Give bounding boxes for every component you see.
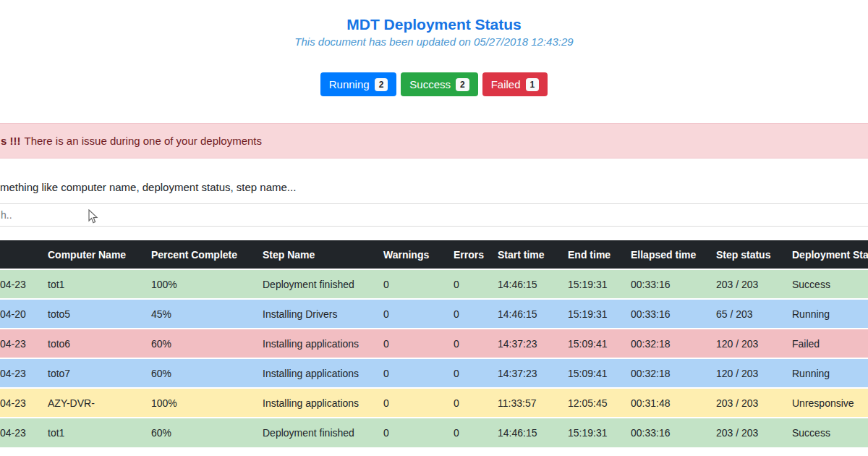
success-filter-button[interactable]: Success 2 <box>401 72 477 96</box>
table-cell: tot1 <box>39 418 142 447</box>
table-cell: Deployment finished <box>254 418 375 447</box>
alert-text: There is an issue during one of your dep… <box>25 135 263 147</box>
table-cell: Success <box>783 418 868 447</box>
running-filter-button[interactable]: Running 2 <box>320 72 397 96</box>
table-cell: 0 <box>375 269 445 299</box>
table-cell: 0 <box>375 418 445 447</box>
failed-count-badge: 1 <box>526 78 540 91</box>
table-cell: 100% <box>142 388 254 418</box>
table-cell: Installing Drivers <box>254 299 375 329</box>
table-cell: 14:46:15 <box>489 269 559 299</box>
page-title: MDT Deployment Status <box>0 16 868 33</box>
table-cell: Deployment finished <box>254 269 375 299</box>
deployment-status-table: Computer NamePercent CompleteStep NameWa… <box>0 240 868 447</box>
table-cell: 0 <box>375 388 445 418</box>
table-cell: 203 / 203 <box>707 418 783 447</box>
table-cell: 100% <box>142 269 254 299</box>
column-header: Start time <box>489 240 559 269</box>
running-button-label: Running <box>329 78 370 90</box>
column-header: Errors <box>445 240 489 269</box>
table-cell: Installing applications <box>254 329 375 358</box>
table-cell: Unresponsive <box>783 388 868 418</box>
table-row: 04-23AZY-DVR-100%Installing applications… <box>0 388 868 418</box>
table-cell: 0 <box>445 269 489 299</box>
table-cell: 00:31:48 <box>622 388 707 418</box>
status-filter-bar: Running 2 Success 2 Failed 1 <box>0 72 868 96</box>
page-subtitle: This document has been updated on 05/27/… <box>0 35 868 48</box>
table-cell: 0 <box>445 329 489 358</box>
table-cell: 65 / 203 <box>707 299 783 329</box>
search-input[interactable] <box>0 203 868 227</box>
table-cell: 04-23 <box>0 418 39 447</box>
table-cell: 00:32:18 <box>622 329 707 358</box>
table-cell: 203 / 203 <box>707 269 783 299</box>
table-row: 04-23tot160%Deployment finished0014:46:1… <box>0 418 868 447</box>
table-cell: 00:33:16 <box>622 269 707 299</box>
table-cell: 0 <box>375 358 445 388</box>
column-header: Deployment Status <box>783 240 868 269</box>
table-cell: 15:09:41 <box>559 358 622 388</box>
table-cell: 120 / 203 <box>707 358 783 388</box>
table-cell: 60% <box>142 358 254 388</box>
table-row: 04-20toto545%Installing Drivers0014:46:1… <box>0 299 868 329</box>
table-cell: 60% <box>142 329 254 358</box>
deployment-issue-alert: s !!! There is an issue during one of yo… <box>0 123 868 159</box>
table-cell: 14:37:23 <box>489 329 559 358</box>
table-cell: 11:33:57 <box>489 388 559 418</box>
column-header: Computer Name <box>39 240 142 269</box>
table-cell: 04-23 <box>0 388 39 418</box>
table-row: 04-23toto760%Installing applications0014… <box>0 358 868 388</box>
table-cell: 15:19:31 <box>559 269 622 299</box>
table-cell: 45% <box>142 299 254 329</box>
alert-bold-text: s !!! <box>1 135 21 147</box>
table-cell: 00:33:16 <box>622 299 707 329</box>
table-cell: 60% <box>142 418 254 447</box>
table-cell: Installing applications <box>254 358 375 388</box>
running-count-badge: 2 <box>375 78 388 91</box>
table-cell: 00:32:18 <box>622 358 707 388</box>
table-cell: 15:19:31 <box>559 418 622 447</box>
table-cell: 04-23 <box>0 358 39 388</box>
table-cell: toto6 <box>39 329 142 358</box>
table-cell: 12:05:45 <box>559 388 622 418</box>
table-row: 04-23tot1100%Deployment finished0014:46:… <box>0 269 868 299</box>
failed-filter-button[interactable]: Failed 1 <box>482 72 548 96</box>
table-cell: toto5 <box>39 299 142 329</box>
table-cell: 04-20 <box>0 299 39 329</box>
table-cell: 0 <box>445 418 489 447</box>
table-cell: 203 / 203 <box>707 388 783 418</box>
table-cell: AZY-DVR- <box>39 388 142 418</box>
table-cell: 14:46:15 <box>489 418 559 447</box>
table-cell: 0 <box>445 358 489 388</box>
table-cell: 15:09:41 <box>559 329 622 358</box>
table-body: 04-23tot1100%Deployment finished0014:46:… <box>0 269 868 447</box>
table-header: Computer NamePercent CompleteStep NameWa… <box>0 240 868 269</box>
table-cell: 120 / 203 <box>707 329 783 358</box>
table-cell: 04-23 <box>0 329 39 358</box>
table-header-row: Computer NamePercent CompleteStep NameWa… <box>0 240 868 269</box>
column-header: Step Name <box>254 240 375 269</box>
column-header <box>0 240 39 269</box>
table-cell: 00:33:16 <box>622 418 707 447</box>
table-cell: 0 <box>445 388 489 418</box>
table-cell: 14:37:23 <box>489 358 559 388</box>
table-cell: 0 <box>445 299 489 329</box>
table-cell: Failed <box>783 329 868 358</box>
table-cell: 0 <box>375 299 445 329</box>
table-cell: 15:19:31 <box>559 299 622 329</box>
table-cell: tot1 <box>39 269 142 299</box>
table-row: 04-23toto660%Installing applications0014… <box>0 329 868 358</box>
table-cell: Installing applications <box>254 388 375 418</box>
table-cell: Running <box>783 358 868 388</box>
column-header: Percent Complete <box>142 240 254 269</box>
success-button-label: Success <box>409 78 451 90</box>
column-header: End time <box>559 240 622 269</box>
table-cell: 04-23 <box>0 269 39 299</box>
table-cell: Running <box>783 299 868 329</box>
success-count-badge: 2 <box>456 78 469 91</box>
table-cell: Success <box>783 269 868 299</box>
column-header: Ellapsed time <box>622 240 707 269</box>
table-cell: 0 <box>375 329 445 358</box>
table-cell: toto7 <box>39 358 142 388</box>
table-cell: 14:46:15 <box>489 299 559 329</box>
